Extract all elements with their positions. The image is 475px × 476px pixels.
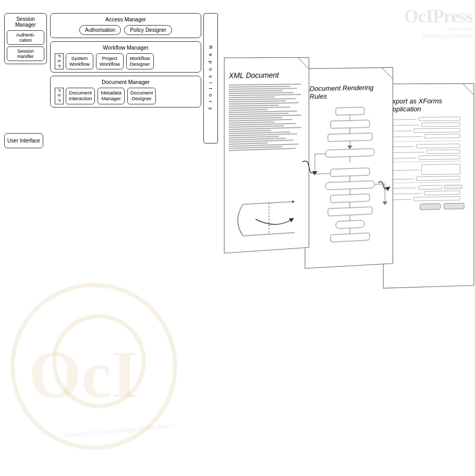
svg-rect-17: [331, 194, 370, 203]
xforms-page: Export as XForms Application: [383, 84, 474, 289]
document-designer-box: DocumentDesigner: [127, 88, 156, 104]
xml-document-title: XML Document: [225, 58, 309, 82]
workflow-manager-row: P E P SystemWorkflow ProjectWorkflow Wor…: [55, 53, 197, 69]
svg-marker-7: [347, 146, 352, 149]
workflow-manager-title: Workflow Manager: [55, 44, 197, 51]
document-manager-block: Document Manager P E P DocumentInteracti…: [50, 76, 201, 107]
page3-fold-inner: [464, 84, 474, 94]
document-interaction-box: DocumentInteraction: [66, 88, 95, 104]
xml-document-page: XML Document: [224, 57, 309, 254]
svg-line-12: [315, 173, 331, 174]
flowchart-svg: [310, 104, 390, 253]
session-handler-box: SessionHandler: [7, 46, 44, 61]
svg-marker-0: [292, 200, 295, 203]
page1-fold-inner: [299, 58, 309, 68]
svg-rect-21: [336, 220, 364, 229]
svg-rect-1: [336, 107, 364, 115]
svg-rect-19: [328, 207, 372, 216]
rendering-rules-title: Document Rendering Rules: [306, 68, 393, 103]
xforms-title: Export as XForms Application: [384, 84, 474, 115]
access-manager-items: Authorisation Policy Designer: [55, 25, 197, 35]
svg-rect-23: [331, 233, 370, 242]
svg-line-10: [315, 153, 325, 154]
watermark-circle-small: [52, 314, 146, 408]
metadata-manager-box: MetadataManager: [98, 88, 125, 104]
rendering-content: [306, 101, 393, 257]
svg-marker-26: [382, 201, 387, 205]
session-manager-outer: Session Manager Authenti-cation SessionH…: [4, 13, 47, 64]
xforms-content: [384, 114, 474, 213]
svg-rect-3: [331, 120, 370, 128]
session-manager-block: Session Manager Authenti-cation SessionH…: [4, 13, 47, 64]
session-manager-title: Session Manager: [7, 16, 44, 28]
access-manager-title: Access Manager: [55, 16, 197, 22]
workflow-items: SystemWorkflow ProjectWorkflow WorkflowD…: [66, 53, 154, 69]
main-content: OcIPress Science and Technology Publicat…: [0, 0, 475, 476]
brand-watermark: OcIPress: [404, 5, 472, 27]
authorisation-box: Authorisation: [79, 25, 121, 35]
document-items: DocumentInteraction MetadataManager Docu…: [66, 88, 156, 104]
managers-stack: Access Manager Authorisation Policy Desi…: [50, 13, 201, 108]
document-pep-label: P E P: [55, 88, 64, 104]
xml-document-content: [225, 81, 309, 154]
workflow-pep-label: P E P: [55, 53, 64, 69]
page2-fold-inner: [382, 68, 393, 78]
workflow-designer-box: WorkflowDesigner: [126, 53, 154, 69]
document-manager-row: P E P DocumentInteraction MetadataManage…: [55, 88, 197, 104]
user-interface-box: User Interface: [4, 133, 43, 148]
authentication-box: Authenti-cation: [7, 30, 44, 45]
document-manager-title: Document Manager: [55, 79, 197, 85]
brand-sub: Science and Technology Publications: [422, 26, 472, 39]
document-diagram: XML Document: [224, 57, 469, 344]
repository-container: R e p o s i t o r y: [203, 13, 218, 144]
svg-rect-13: [331, 168, 370, 177]
svg-line-24: [375, 184, 385, 184]
rendering-rules-page: Document Rendering Rules: [305, 67, 393, 269]
access-manager-block: Access Manager Authorisation Policy Desi…: [50, 13, 201, 38]
svg-rect-5: [328, 133, 372, 141]
system-workflow-box: SystemWorkflow: [66, 53, 93, 69]
xml-bracket-svg: [227, 196, 305, 242]
policy-designer-box: Policy Designer: [124, 25, 172, 35]
svg-rect-8: [325, 148, 375, 157]
repository-label: R e p o s i t o r y: [208, 45, 214, 111]
workflow-manager-block: Workflow Manager P E P SystemWorkflow Pr…: [50, 41, 201, 73]
project-workflow-box: ProjectWorkflow: [96, 53, 124, 69]
architecture-diagram: Session Manager Authenti-cation SessionH…: [4, 13, 218, 175]
user-interface-label: User Interface: [7, 138, 41, 144]
svg-rect-15: [325, 181, 375, 190]
